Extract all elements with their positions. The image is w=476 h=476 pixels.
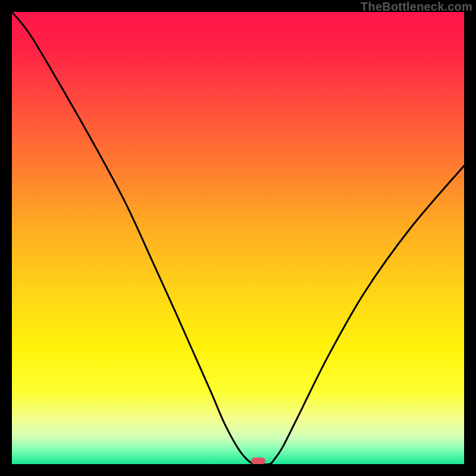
chart-frame: TheBottleneck.com	[0, 0, 476, 476]
bottleneck-curve	[12, 12, 464, 464]
plot-area	[12, 12, 464, 464]
optimum-marker	[251, 458, 265, 464]
